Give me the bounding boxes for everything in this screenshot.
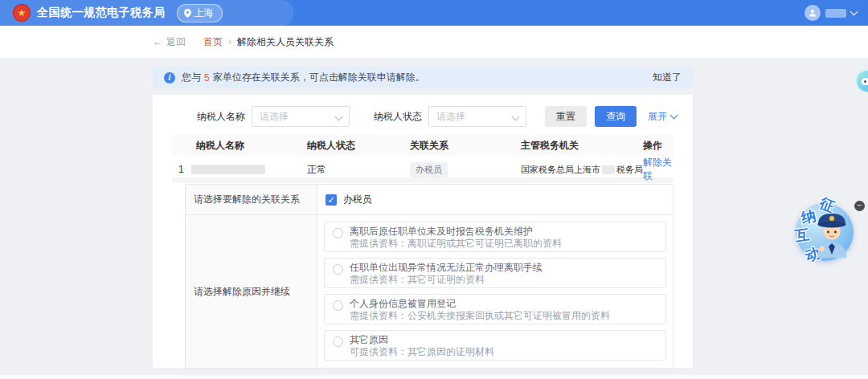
bottom-strip (0, 375, 868, 379)
back-button[interactable]: ← 返回 (153, 35, 186, 49)
avatar-icon (805, 5, 821, 21)
row-index: 1 (178, 164, 184, 175)
taxpayer-name-label: 纳税人名称 (197, 110, 245, 124)
reason-option-1[interactable]: 离职后原任职单位未及时报告税务机关维护 需提供资料：离职证明或其它可证明已离职的… (324, 222, 666, 252)
user-menu[interactable] (805, 0, 857, 26)
relation-select-value: ✓ 办税员 (317, 185, 673, 215)
option-title: 任职单位出现异常情况无法正常办理离职手续 (350, 262, 542, 274)
relation-badge: 办税员 (410, 162, 448, 177)
notice-banner: i 您与 5 家单位存在关联关系，可点击解除关联申请解除。 知道了 (153, 67, 693, 88)
breadcrumb-separator: › (228, 36, 231, 47)
col-header-relation: 关联关系 (410, 139, 521, 153)
taxpayer-status-label: 纳税人状态 (374, 110, 422, 124)
brand: ★ 全国统一规范电子税务局 上海 (13, 4, 223, 22)
select-placeholder: 请选择 (436, 110, 465, 124)
banner-text-prefix: 您与 (182, 71, 201, 84)
reset-button[interactable]: 重置 (545, 106, 587, 127)
query-button[interactable]: 查询 (595, 106, 637, 127)
info-icon: i (164, 72, 175, 84)
option-desc: 需提供资料：公安机关接报案回执或其它可证明被冒用的资料 (350, 310, 610, 322)
table-row: 1 正常 办税员 国家税务总局上海市 税务局 解除关联 (172, 156, 674, 177)
table-header-row: 纳税人名称 纳税人状态 关联关系 主管税务机关 操作 (172, 135, 674, 156)
option-title: 其它原因 (350, 334, 494, 346)
banner-dismiss-button[interactable]: 知道了 (653, 71, 682, 84)
back-arrow-icon: ← (153, 36, 162, 47)
breadcrumb-home-link[interactable]: 首页 (203, 35, 223, 49)
location-pin-icon (184, 9, 191, 18)
row-authority: 国家税务总局上海市 税务局 (521, 164, 643, 176)
chevron-down-icon (512, 113, 520, 121)
select-placeholder: 请选择 (260, 110, 289, 124)
col-header-action: 操作 (643, 139, 674, 153)
redacted-authority-part (602, 165, 615, 174)
national-emblem-icon: ★ (13, 4, 31, 22)
reason-options: 离职后原任职单位未及时报告税务机关维护 需提供资料：离职证明或其它可证明已离职的… (317, 215, 673, 368)
radio-icon[interactable] (333, 264, 343, 275)
col-header-name: 纳税人名称 (172, 139, 307, 153)
radio-icon[interactable] (333, 300, 343, 311)
option-desc: 可提供资料：其它原因的证明材料 (350, 346, 494, 358)
reason-option-3[interactable]: 个人身份信息被冒用登记 需提供资料：公安机关接报案回执或其它可证明被冒用的资料 (324, 294, 666, 324)
option-title: 离职后原任职单位未及时报告税务机关维护 (350, 226, 562, 238)
taxpayer-status-select[interactable]: 请选择 (428, 106, 526, 127)
robot-face-icon (862, 78, 868, 85)
expand-label: 展开 (648, 110, 667, 124)
username-redacted (825, 9, 846, 18)
radio-icon[interactable] (333, 336, 343, 347)
row-status: 正常 (307, 163, 410, 177)
breadcrumb-current: 解除相关人员关联关系 (237, 35, 334, 49)
radio-icon[interactable] (333, 228, 343, 238)
expand-toggle[interactable]: 展开 (648, 110, 677, 124)
relation-select-label: 请选择要解除的关联关系 (186, 185, 317, 215)
table-row-separator (172, 177, 674, 183)
site-title: 全国统一规范电子税务局 (37, 6, 166, 20)
relation-checkbox-checked[interactable]: ✓ (326, 194, 337, 206)
search-buttons: 重置 查询 展开 (545, 106, 677, 127)
banner-text-suffix: 家单位存在关联关系，可点击解除关联申请解除。 (213, 71, 425, 84)
reason-select-label: 请选择解除原因并继续 (186, 215, 317, 368)
col-header-authority: 主管税务机关 (521, 139, 643, 153)
screen: ★ 全国统一规范电子税务局 上海 ← 返回 首页 › 解除相关人员关联关系 i … (0, 0, 868, 379)
authority-prefix: 国家税务总局上海市 (521, 164, 600, 176)
tax-officer-icon (811, 207, 853, 259)
mascot-char: 互 (793, 225, 810, 246)
chevron-down-icon (335, 113, 343, 121)
reason-option-4[interactable]: 其它原因 可提供资料：其它原因的证明材料 (324, 330, 666, 361)
location-pill[interactable]: 上海 (177, 4, 223, 22)
top-header-bar: ★ 全国统一规范电子税务局 上海 (0, 0, 868, 26)
chevron-down-icon (670, 112, 678, 120)
location-label: 上海 (194, 6, 214, 20)
remove-relation-link[interactable]: 解除关联 (643, 157, 672, 181)
banner-count: 5 (204, 72, 210, 84)
breadcrumb: ← 返回 首页 › 解除相关人员关联关系 (0, 26, 868, 59)
back-label: 返回 (166, 35, 186, 49)
option-desc: 需提供资料：离职证明或其它可证明已离职的资料 (350, 238, 562, 250)
minimize-button[interactable]: − (854, 201, 865, 211)
chat-assistant-button[interactable] (855, 69, 868, 93)
search-form: 纳税人名称 请选择 纳税人状态 请选择 重置 查询 展开 (153, 95, 693, 127)
redacted-company-name (191, 165, 265, 174)
option-title: 个人身份信息被冒用登记 (350, 298, 610, 310)
reason-option-2[interactable]: 任职单位出现异常情况无法正常办理离职手续 需提供资料：其它可证明的资料 (324, 258, 666, 288)
option-desc: 需提供资料：其它可证明的资料 (350, 274, 542, 286)
relations-table: 纳税人名称 纳税人状态 关联关系 主管税务机关 操作 1 正常 办税员 国家税务… (172, 135, 674, 183)
relation-checkbox-label[interactable]: 办税员 (343, 193, 372, 206)
release-form: 请选择要解除的关联关系 ✓ 办税员 请选择解除原因并继续 离职后原任职单位未及时… (185, 184, 674, 369)
main-panel: 纳税人名称 请选择 纳税人状态 请选择 重置 查询 展开 纳税人 (153, 95, 693, 368)
authority-suffix: 税务局 (616, 164, 643, 176)
taxpayer-name-select[interactable]: 请选择 (252, 106, 350, 127)
col-header-status: 纳税人状态 (307, 139, 410, 153)
chevron-down-icon (850, 8, 858, 16)
